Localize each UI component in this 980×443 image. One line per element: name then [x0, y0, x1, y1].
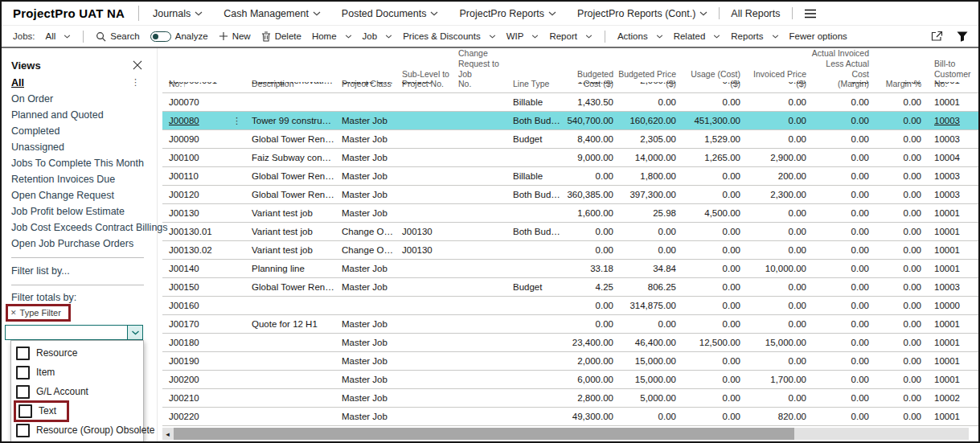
column-header[interactable]: Budgeted Price ($) [618, 69, 681, 90]
table-cell[interactable]: J00090 [162, 134, 245, 144]
menu-actions[interactable]: Actions [617, 31, 663, 41]
checkbox-icon[interactable] [16, 424, 30, 437]
menu-journals[interactable]: Journals [153, 8, 203, 19]
table-row[interactable]: J00170Quote for 12 H1Master Job0.000.000… [162, 315, 978, 334]
hamburger-menu-icon[interactable] [804, 9, 817, 18]
table-row[interactable]: J00110Global Tower RenewationMaster JobB… [162, 167, 978, 186]
scrollbar-track[interactable] [173, 428, 969, 440]
table-cell[interactable]: J00080⋮ [162, 116, 245, 125]
sidebar-view-item[interactable]: Job Profit below Estimate [11, 203, 157, 219]
type-filter-option[interactable]: Resource [11, 343, 143, 363]
toggle-off-icon[interactable] [150, 31, 171, 42]
menu-reports[interactable]: Reports [731, 31, 778, 41]
column-header[interactable]: Change Request to Job No. [452, 48, 506, 89]
type-filter-input[interactable] [5, 325, 143, 340]
table-row[interactable]: J00210Master Job2,800.005,000.000.000.00… [162, 389, 978, 408]
type-filter-option[interactable]: G/L Account [11, 382, 143, 401]
table-row[interactable]: J00130Variant test jobMaster Job1,600.00… [162, 204, 978, 223]
delete-button[interactable]: Delete [261, 31, 301, 42]
table-cell[interactable]: J00060.001 [162, 82, 245, 85]
table-row[interactable]: J00220Master Job49,300.000.000.00820.000… [162, 408, 978, 426]
table-row[interactable]: J00100Faiz Subway constructionsMaster Jo… [162, 149, 978, 167]
table-cell[interactable]: J00170 [162, 319, 245, 329]
menu-job[interactable]: Job [363, 31, 393, 41]
search-button[interactable]: Search [96, 31, 139, 42]
fewer-options-button[interactable]: Fewer options [789, 31, 847, 41]
checkbox-icon[interactable] [16, 385, 30, 399]
checkbox-icon[interactable] [18, 404, 32, 418]
menu-wip[interactable]: WIP [506, 31, 539, 41]
table-row[interactable]: J00140Planning lineMaster Job33.1834.840… [162, 260, 978, 278]
table-cell[interactable]: J00130.02 [162, 245, 245, 255]
remove-filter-icon[interactable]: ✕ [10, 309, 17, 317]
sidebar-view-item[interactable]: Retention Invoices Due [11, 171, 157, 187]
filter-list-by-link[interactable]: Filter list by... [11, 263, 157, 279]
analyze-toggle[interactable]: Analyze [150, 31, 208, 42]
sidebar-view-item[interactable]: Planned and Quoted [11, 107, 157, 123]
menu-prices-discounts[interactable]: Prices & Discounts [403, 31, 496, 41]
sidebar-view-item[interactable]: Unassigned [11, 139, 157, 155]
table-row[interactable]: J00080⋮Tower 99 constructionMaster JobBo… [162, 112, 978, 130]
menu-related[interactable]: Related [674, 31, 721, 41]
column-header[interactable]: Usage (Cost) ($) [681, 69, 745, 90]
table-row[interactable]: J00120Global Tower RenewationMaster JobB… [162, 186, 978, 204]
menu-projectpro-reports[interactable]: ProjectPro Reports [459, 8, 556, 19]
scrollbar-thumb[interactable] [174, 428, 794, 440]
share-icon[interactable] [930, 31, 943, 42]
table-cell[interactable]: J00130.01 [162, 227, 245, 236]
menu-posted-documents[interactable]: Posted Documents [342, 8, 439, 19]
table-cell[interactable]: J00100 [162, 153, 245, 162]
checkbox-icon[interactable] [16, 347, 30, 360]
sidebar-view-all[interactable]: All [11, 77, 24, 88]
jobs-filter-dropdown[interactable]: All [46, 31, 72, 41]
sidebar-view-item[interactable]: Open Job Purchase Orders [11, 236, 157, 252]
table-row[interactable]: J00130.02Variant test jobChange OrderJ00… [162, 241, 978, 260]
table-cell[interactable]: J00160 [162, 301, 245, 310]
column-header[interactable]: Sub-Level to Project No. [396, 69, 452, 90]
table-cell[interactable]: J00070 [162, 97, 245, 107]
table-cell[interactable]: J00150 [162, 282, 245, 292]
sidebar-view-item[interactable]: On Order [11, 91, 157, 107]
table-row[interactable]: J001600.00314,875.000.000.000.000.001000… [162, 297, 978, 315]
table-cell[interactable]: J00130 [162, 208, 245, 218]
table-cell[interactable]: J00190 [162, 356, 245, 366]
more-options-icon[interactable]: ⋮ [131, 77, 140, 88]
type-filter-option[interactable]: Text [11, 401, 143, 420]
menu-all-reports[interactable]: All Reports [731, 8, 780, 19]
close-icon[interactable] [133, 60, 142, 70]
table-cell[interactable]: J00200 [162, 375, 245, 384]
table-row[interactable]: J00070Billable1,430.500.000.000.000.000.… [162, 93, 978, 112]
sidebar-view-item[interactable]: Completed [11, 123, 157, 139]
table-row[interactable]: J00180Master Job23,400.0046,400.0012,500… [162, 334, 978, 352]
table-cell[interactable]: J00180 [162, 338, 245, 347]
table-row[interactable]: J00150Global Tower RenewationMaster JobB… [162, 278, 978, 297]
column-header[interactable]: Invoiced Price ($) [745, 69, 811, 90]
type-filter-option[interactable]: Resource (Group) Obsolete [11, 420, 143, 440]
sidebar-view-item[interactable]: Job Cost Exceeds Contract Billings [11, 219, 157, 236]
table-row[interactable]: J00090Global Tower RenewationMaster JobB… [162, 130, 978, 149]
new-button[interactable]: New [219, 31, 251, 41]
table-cell[interactable]: J00120 [162, 190, 245, 199]
dropdown-chevron-button[interactable] [127, 326, 142, 339]
type-filter-option[interactable]: Item [11, 363, 143, 382]
menu-home[interactable]: Home [312, 31, 352, 41]
table-cell[interactable]: J00210 [162, 393, 245, 403]
table-row[interactable]: J00200Master Job6,000.0015,000.000.001,7… [162, 371, 978, 389]
column-header[interactable]: Line Type [506, 79, 564, 89]
table-cell[interactable]: J00220 [162, 412, 245, 421]
sidebar-view-item[interactable]: Open Change Request [11, 187, 157, 203]
row-context-menu-icon[interactable]: ⋮ [232, 116, 241, 125]
menu-report[interactable]: Report [549, 31, 593, 41]
scroll-left-arrow[interactable]: ◂ [162, 428, 173, 440]
menu-cash-management[interactable]: Cash Management [223, 8, 321, 19]
sidebar-view-item[interactable]: Jobs To Complete This Month [11, 155, 157, 171]
column-header[interactable]: Budgeted Cost ($) [564, 69, 618, 90]
table-row[interactable]: J00190Master Job2,000.0015,000.000.000.0… [162, 352, 978, 371]
table-row[interactable]: J00130.01Variant test jobChange OrderJ00… [162, 223, 978, 241]
menu-projectpro-reports-cont[interactable]: ProjectPro Reports (Cont.) [577, 8, 707, 19]
table-cell[interactable]: J00110 [162, 171, 245, 181]
filter-icon[interactable] [957, 31, 968, 42]
table-cell[interactable]: J00140 [162, 264, 245, 273]
horizontal-scrollbar[interactable]: ◂ [162, 428, 969, 440]
checkbox-icon[interactable] [16, 366, 30, 379]
